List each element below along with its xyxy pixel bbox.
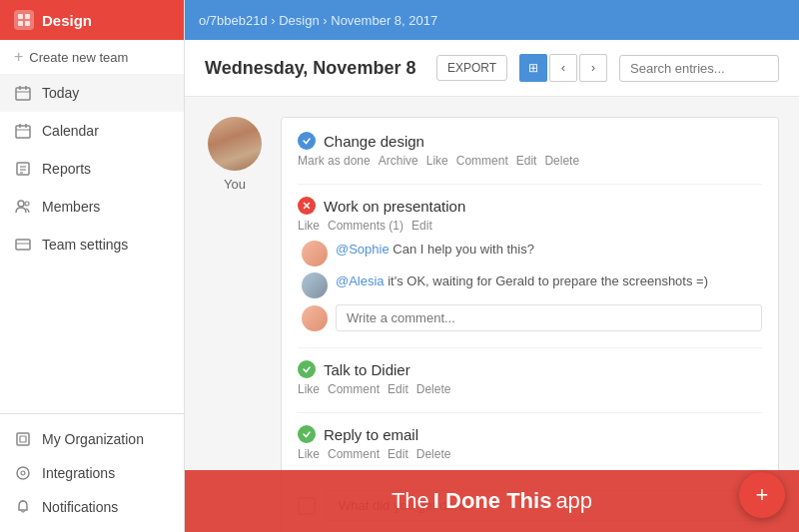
sidebar-item-reports[interactable]: Reports — [0, 150, 184, 188]
avatar-current-user-small — [302, 305, 328, 331]
brand-icon — [14, 10, 34, 30]
svg-rect-3 — [25, 21, 30, 26]
comment-input[interactable] — [336, 304, 762, 331]
notifications-icon — [14, 498, 32, 516]
entry-title-change-design: Change design — [298, 132, 762, 150]
entry-talk-didier: Talk to Didier Like Comment Edit Delete — [298, 360, 762, 396]
comment-text-sophie: @Alesia it's OK, waiting for Gerald to p… — [336, 272, 708, 290]
team-settings-icon — [14, 236, 32, 254]
delete-link4[interactable]: Delete — [416, 447, 451, 461]
status-icon-red — [298, 197, 316, 215]
edit-link2[interactable]: Edit — [411, 219, 432, 233]
create-new-team[interactable]: + Create new team — [0, 40, 184, 74]
entry-text-change-design: Change design — [324, 133, 424, 150]
entry-title-talk-didier: Talk to Didier — [298, 360, 762, 378]
like-link[interactable]: Like — [426, 154, 448, 168]
comment-link3[interactable]: Comment — [328, 382, 380, 396]
fab-button[interactable]: + — [739, 472, 785, 518]
avatar-label-user1: You — [224, 177, 246, 192]
view-toggle: ⊞ ‹ › — [519, 54, 607, 82]
status-icon-blue — [298, 132, 316, 150]
edit-link3[interactable]: Edit — [388, 382, 408, 396]
sidebar-nav: Today Calendar Reports Members Team sett… — [0, 74, 184, 413]
sidebar-header: Design — [0, 0, 184, 40]
plus-icon: + — [14, 48, 23, 66]
content-area: Wednesday, November 8 EXPORT ⊞ ‹ › You — [185, 40, 799, 532]
edit-link4[interactable]: Edit — [388, 447, 408, 461]
archive-link[interactable]: Archive — [379, 154, 418, 168]
sidebar-item-calendar-label: Calendar — [42, 123, 99, 139]
edit-link[interactable]: Edit — [516, 154, 537, 168]
svg-rect-1 — [25, 14, 30, 19]
prev-button[interactable]: ‹ — [549, 54, 577, 82]
avatar-alesia — [302, 241, 328, 266]
sidebar-item-today-label: Today — [42, 85, 79, 101]
status-icon-green2 — [298, 425, 316, 443]
mention-alesia: @Alesia — [336, 273, 385, 288]
overlay-banner: The I Done This app — [185, 470, 799, 532]
sidebar-brand[interactable]: Design — [0, 0, 184, 40]
main-content: o/7bbeb21d › Design › November 8, 2017 W… — [185, 0, 799, 532]
svg-point-23 — [21, 471, 25, 475]
sidebar-item-today[interactable]: Today — [0, 74, 184, 112]
sidebar-item-calendar[interactable]: Calendar — [0, 112, 184, 150]
export-button[interactable]: EXPORT — [436, 55, 507, 81]
next-button[interactable]: › — [579, 54, 607, 82]
breadcrumb: o/7bbeb21d › Design › November 8, 2017 — [199, 13, 437, 28]
comments-link2[interactable]: Comments (1) — [328, 219, 403, 233]
sidebar-item-members[interactable]: Members — [0, 188, 184, 226]
mention-sophie: @Sophie — [336, 242, 390, 257]
content-header: Wednesday, November 8 EXPORT ⊞ ‹ › — [185, 40, 799, 97]
svg-rect-21 — [20, 436, 26, 442]
sidebar-item-notifications[interactable]: Notifications — [0, 490, 184, 524]
comment-link[interactable]: Comment — [456, 154, 508, 168]
entry-text-reply-email: Reply to email — [324, 426, 418, 443]
svg-rect-2 — [18, 21, 23, 26]
overlay-text-brand: I Done This — [433, 488, 552, 514]
create-team-label: Create new team — [29, 50, 128, 65]
sidebar-item-my-org-label: My Organization — [42, 431, 144, 447]
grid-view-button[interactable]: ⊞ — [519, 54, 547, 82]
entry-actions-talk-didier: Like Comment Edit Delete — [298, 382, 762, 396]
entry-actions-work-presentation: Like Comments (1) Edit — [298, 219, 762, 233]
svg-point-16 — [18, 201, 24, 207]
mark-as-done-link[interactable]: Mark as done — [298, 154, 371, 168]
like-link2[interactable]: Like — [298, 219, 320, 233]
sidebar-item-members-label: Members — [42, 199, 100, 215]
overlay-text-post: app — [555, 488, 592, 514]
svg-point-17 — [25, 202, 29, 206]
delete-link[interactable]: Delete — [544, 154, 579, 168]
entry-actions-reply-email: Like Comment Edit Delete — [298, 447, 762, 461]
today-icon — [14, 84, 32, 102]
comment-link4[interactable]: Comment — [328, 447, 380, 461]
calendar-icon — [14, 122, 32, 140]
sidebar-item-integrations[interactable]: Integrations — [0, 456, 184, 490]
like-link3[interactable]: Like — [298, 382, 320, 396]
delete-link3[interactable]: Delete — [416, 382, 451, 396]
comment-row-sophie: @Alesia it's OK, waiting for Gerald to p… — [302, 272, 762, 298]
topbar: o/7bbeb21d › Design › November 8, 2017 — [185, 0, 799, 40]
entry-text-work-presentation: Work on presentation — [324, 198, 465, 215]
like-link4[interactable]: Like — [298, 447, 320, 461]
feed: You Change design Mark as done A — [185, 97, 799, 532]
org-icon — [14, 430, 32, 448]
entry-title-reply-email: Reply to email — [298, 425, 762, 443]
sidebar-item-reports-label: Reports — [42, 161, 91, 177]
sidebar-item-my-org[interactable]: My Organization — [0, 422, 184, 456]
entry-actions-change-design: Mark as done Archive Like Comment Edit D… — [298, 154, 762, 168]
sidebar-item-team-settings[interactable]: Team settings — [0, 226, 184, 264]
sidebar-item-notifications-label: Notifications — [42, 499, 118, 515]
overlay-text-pre: The — [392, 488, 429, 514]
sidebar-item-integrations-label: Integrations — [42, 465, 115, 481]
sidebar: Design + Create new team Today Calendar … — [0, 0, 185, 532]
comment-input-row — [302, 304, 762, 331]
svg-rect-20 — [17, 433, 29, 445]
svg-rect-0 — [18, 14, 23, 19]
reports-icon — [14, 160, 32, 178]
search-input[interactable] — [619, 55, 779, 82]
entry-change-design: Change design Mark as done Archive Like … — [298, 132, 762, 168]
svg-rect-18 — [16, 240, 30, 250]
sidebar-bottom: My Organization Integrations Notificatio… — [0, 413, 184, 532]
comment-row-alesia: @Sophie Can I help you with this? — [302, 241, 762, 266]
entry-reply-email: Reply to email Like Comment Edit Delete — [298, 425, 762, 461]
